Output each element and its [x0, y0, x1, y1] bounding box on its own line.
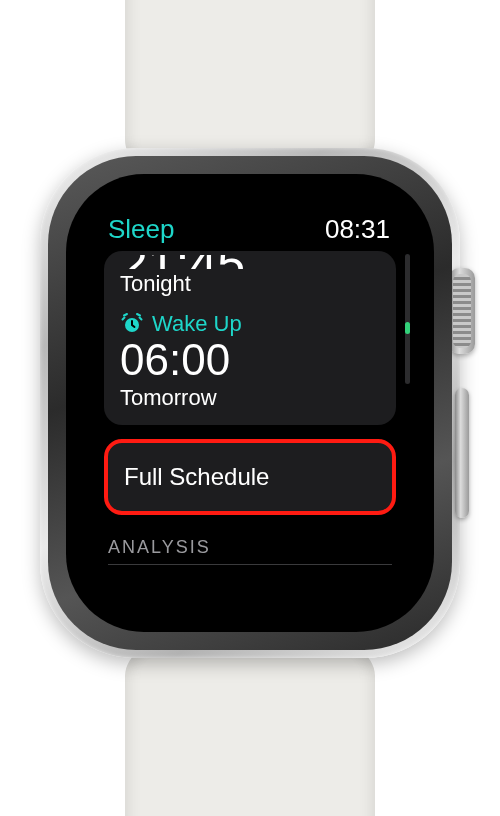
case-inner: Sleep 08:31 21:45 Tonight [48, 156, 452, 650]
bezel: Sleep 08:31 21:45 Tonight [66, 174, 434, 632]
bedtime-value: 21:45 [120, 255, 380, 269]
tonight-schedule-card[interactable]: 21:45 Tonight [104, 251, 396, 425]
digital-crown[interactable] [449, 268, 475, 354]
side-button[interactable] [455, 388, 469, 518]
analysis-divider [108, 564, 392, 565]
analysis-section: ANALYSIS [104, 537, 396, 565]
wake-up-row: Wake Up [120, 311, 380, 337]
full-schedule-label: Full Schedule [124, 463, 269, 490]
watch-screen: Sleep 08:31 21:45 Tonight [86, 198, 414, 608]
wake-up-time: 06:00 [120, 337, 380, 383]
wake-up-day: Tomorrow [120, 385, 380, 411]
bedtime-label: Tonight [120, 271, 380, 297]
wake-up-label: Wake Up [152, 311, 242, 337]
alarm-clock-icon [120, 312, 144, 336]
scroll-indicator[interactable] [405, 254, 410, 384]
analysis-heading: ANALYSIS [108, 537, 392, 558]
screen-header: Sleep 08:31 [104, 214, 396, 249]
watch-band-bottom [125, 636, 375, 816]
status-clock: 08:31 [325, 214, 390, 245]
watch-case: Sleep 08:31 21:45 Tonight [40, 148, 460, 658]
full-schedule-button[interactable]: Full Schedule [104, 439, 396, 515]
app-title[interactable]: Sleep [108, 214, 175, 245]
